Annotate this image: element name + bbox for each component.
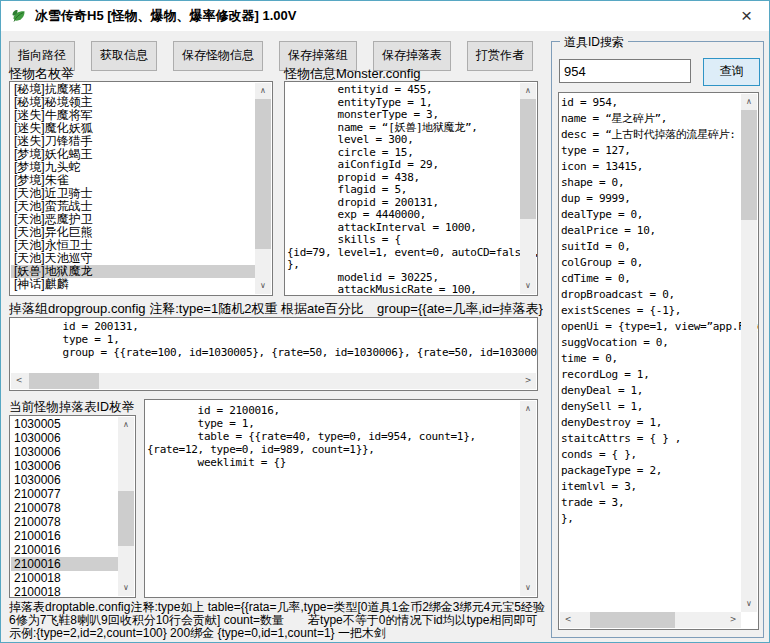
scroll-left-icon[interactable]: <: [560, 612, 576, 628]
item-id-search-group: 道具ID搜索 查询 id = 954, name = “星之碎片”, desc …: [551, 41, 764, 638]
dropgroup-textbox[interactable]: id = 200131, type = 1, group = {{rate=10…: [9, 317, 538, 391]
get-info-button[interactable]: 获取信息: [91, 41, 157, 71]
scroll-down-icon[interactable]: ∨: [520, 580, 536, 596]
scroll-up-icon[interactable]: ∧: [741, 94, 757, 110]
scroll-down-icon[interactable]: ∨: [520, 278, 536, 294]
droptable-id-list-items: 1030005103000610300061030006103000621000…: [11, 417, 118, 596]
list-item[interactable]: 1030006: [11, 473, 118, 487]
item-id-search-title: 道具ID搜索: [560, 34, 628, 51]
dropgroup-label: 掉落组dropgroup.config 注释:type=1随机2权重 根据ate…: [9, 300, 543, 318]
scroll-down-icon[interactable]: ∨: [255, 278, 271, 294]
item-result-vscrollbar[interactable]: ∧ ∨: [741, 94, 757, 612]
scroll-thumb[interactable]: [741, 110, 757, 220]
app-window: 冰雪传奇H5 [怪物、爆物、爆率修改器] 1.00V × 指向路径 获取信息 保…: [0, 0, 770, 643]
scroll-down-icon[interactable]: ∨: [741, 596, 757, 612]
droptable-ids-vscrollbar[interactable]: ∧ ∨: [118, 417, 134, 596]
droptable-vscrollbar[interactable]: ∧ ∨: [520, 401, 536, 596]
list-item[interactable]: [神话]麒麟: [11, 278, 255, 291]
monster-list-vscrollbar[interactable]: ∧ ∨: [255, 83, 271, 294]
list-item[interactable]: 2100077: [11, 487, 118, 501]
list-item[interactable]: 2100016: [11, 543, 118, 557]
list-item[interactable]: 2100078: [11, 501, 118, 515]
monster-info-textbox[interactable]: entityid = 455, entityType = 1, monsterT…: [284, 81, 538, 296]
dropgroup-text: id = 200131, type = 1, group = {{rate=10…: [10, 318, 537, 359]
list-item[interactable]: 2100016: [11, 529, 118, 543]
list-item[interactable]: 1030006: [11, 459, 118, 473]
droptable-textbox[interactable]: id = 2100016, type = 1, table = {{rate=4…: [144, 399, 538, 598]
scroll-up-icon[interactable]: ∧: [520, 83, 536, 99]
scroll-thumb[interactable]: [118, 491, 134, 546]
list-item[interactable]: 2100016: [11, 557, 118, 571]
monster-name-list-items: [秘境]抗魔猪卫[秘境]秘境领主[迷失]牛魔将军[迷失]魔化妖狐[迷失]刀锋猎手…: [11, 83, 255, 294]
list-item[interactable]: 1030006: [11, 431, 118, 445]
scroll-right-icon[interactable]: >: [725, 612, 741, 628]
list-item[interactable]: 2100018: [11, 571, 118, 585]
reward-author-button[interactable]: 打赏作者: [467, 41, 533, 71]
save-monster-info-button[interactable]: 保存怪物信息: [173, 41, 263, 71]
droptable-text: id = 2100016, type = 1, table = {{rate=4…: [145, 400, 537, 469]
scroll-thumb[interactable]: [255, 99, 271, 249]
droptable-id-listbox[interactable]: 1030005103000610300061030006103000621000…: [9, 415, 136, 598]
droptable-ids-label: 当前怪物掉落表ID枚举: [9, 399, 134, 416]
scroll-up-icon[interactable]: ∧: [255, 83, 271, 99]
list-item[interactable]: 1030005: [11, 417, 118, 431]
window-title: 冰雪传奇H5 [怪物、爆物、爆率修改器] 1.00V: [35, 7, 296, 25]
scroll-right-icon[interactable]: >: [520, 373, 536, 389]
scroll-thumb[interactable]: [590, 612, 675, 628]
item-id-input[interactable]: [559, 59, 691, 83]
titlebar: 冰雪传奇H5 [怪物、爆物、爆率修改器] 1.00V ×: [1, 1, 769, 31]
list-item[interactable]: 1030006: [11, 445, 118, 459]
item-result-text: id = 954, name = “星之碎片”, desc = “上古时代掉落的…: [559, 93, 758, 527]
close-button[interactable]: ×: [724, 1, 769, 30]
item-result-textbox[interactable]: id = 954, name = “星之碎片”, desc = “上古时代掉落的…: [558, 92, 759, 630]
monster-info-text: entityid = 455, entityType = 1, monsterT…: [285, 82, 537, 296]
item-result-hscrollbar[interactable]: < >: [560, 612, 741, 628]
monster-info-vscrollbar[interactable]: ∧ ∨: [520, 83, 536, 294]
query-button[interactable]: 查询: [703, 58, 760, 86]
scroll-thumb[interactable]: [520, 99, 536, 219]
monster-name-listbox[interactable]: [秘境]抗魔猪卫[秘境]秘境领主[迷失]牛魔将军[迷失]魔化妖狐[迷失]刀锋猎手…: [9, 81, 273, 296]
dropgroup-hscrollbar[interactable]: < >: [11, 373, 536, 389]
scroll-down-icon[interactable]: ∨: [118, 580, 134, 596]
scroll-left-icon[interactable]: <: [11, 373, 27, 389]
scroll-thumb[interactable]: [29, 373, 99, 389]
app-leaf-icon: [11, 8, 27, 24]
toolbar: 指向路径 获取信息 保存怪物信息 保存掉落组 保存掉落表 打赏作者: [9, 41, 533, 71]
list-item[interactable]: 2100078: [11, 515, 118, 529]
droptable-help-note: 掉落表droptable.config注释:type如上 table={{rat…: [9, 601, 546, 641]
scroll-up-icon[interactable]: ∧: [118, 417, 134, 433]
scroll-up-icon[interactable]: ∧: [520, 401, 536, 417]
list-item[interactable]: 2100018: [11, 585, 118, 596]
